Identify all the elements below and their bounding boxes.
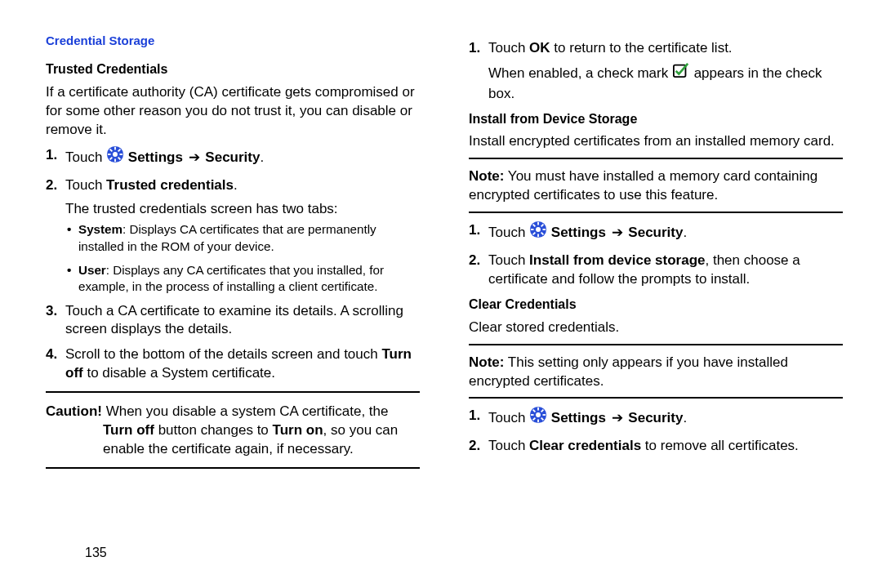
note2-a: This setting only appears if you have in…	[469, 354, 788, 389]
note-memory-card: Note: You must have installed a memory c…	[469, 167, 843, 205]
right-column: Touch OK to return to the certificate li…	[469, 33, 843, 572]
trusted-intro-text: If a certificate authority (CA) certific…	[46, 83, 420, 140]
note-label: Note:	[469, 354, 504, 370]
bullet-system: System: Displays CA certificates that ar…	[78, 221, 420, 255]
caution-c: button changes to	[154, 422, 273, 438]
divider	[469, 158, 843, 159]
divider	[469, 212, 843, 213]
install-intro-text: Install encrypted certificates from an i…	[469, 132, 843, 151]
step-3: Touch a CA certificate to examine its de…	[65, 302, 420, 340]
step4-a: Scroll to the bottom of the details scre…	[65, 346, 381, 362]
svg-point-22	[536, 413, 541, 418]
svg-point-12	[536, 227, 541, 232]
step2-text-c: .	[234, 177, 238, 193]
step-1: Touch Settings ➔ Security.	[65, 146, 420, 170]
install-step-2: Touch Install from device storage, then …	[488, 252, 843, 289]
step2-tail: The trusted credentials screen has two t…	[65, 200, 420, 219]
install-step-1: Touch Settings ➔ Security.	[488, 221, 843, 245]
divider	[469, 344, 843, 345]
step1-text-c: .	[260, 149, 264, 165]
svg-point-1	[113, 152, 118, 157]
settings-icon	[529, 220, 547, 244]
section-heading-credential-storage: Credential Storage	[46, 33, 420, 49]
divider	[46, 467, 420, 469]
step4-c: to disable a System certificate.	[83, 365, 275, 381]
caution-d: Turn on	[273, 422, 323, 438]
step2-text-a: Touch	[65, 177, 106, 193]
clear-intro-text: Clear stored credentials.	[469, 318, 843, 337]
checkmark-icon	[672, 62, 690, 84]
caution-block: Caution! When you disable a system CA ce…	[46, 403, 420, 459]
subhead-clear-credentials: Clear Credentials	[469, 296, 843, 314]
subhead-trusted-credentials: Trusted Credentials	[46, 60, 420, 78]
step-5: Touch OK to return to the certificate li…	[488, 39, 843, 104]
step-2: Touch Trusted credentials. The trusted c…	[65, 176, 420, 296]
subhead-install-from-device: Install from Device Storage	[469, 110, 843, 128]
tabs-bullet-list: System: Displays CA certificates that ar…	[65, 221, 420, 295]
caution-b: Turn off	[103, 422, 154, 438]
note-label: Note:	[469, 168, 504, 184]
clear-step-2: Touch Clear credentials to remove all ce…	[488, 437, 843, 456]
settings-icon	[106, 145, 124, 169]
page-number: 135	[85, 544, 107, 562]
settings-icon	[529, 406, 547, 430]
caution-a: When you disable a system CA certificate…	[102, 403, 389, 419]
trusted-steps-continued: Touch OK to return to the certificate li…	[469, 39, 843, 104]
divider	[46, 391, 420, 393]
bullet-user: User: Displays any CA certificates that …	[78, 262, 420, 296]
left-column: Credential Storage Trusted Credentials I…	[46, 33, 420, 572]
step1-text-a: Touch	[65, 149, 106, 165]
trusted-steps-list: Touch Settings ➔ Security. Touch Trusted…	[46, 146, 420, 384]
clear-steps-list: Touch Settings ➔ Security. Touch Clear c…	[469, 407, 843, 456]
step1-text-b: Settings ➔ Security	[128, 149, 261, 165]
step5-tail: When enabled, a check mark appears in th…	[488, 63, 843, 104]
install-steps-list: Touch Settings ➔ Security. Touch Install…	[469, 221, 843, 289]
divider	[469, 397, 843, 399]
note-encrypted-only: Note: This setting only appears if you h…	[469, 354, 843, 391]
caution-label: Caution!	[46, 403, 102, 419]
step5-b: OK	[529, 40, 550, 56]
step2-bold: Trusted credentials	[106, 177, 234, 193]
step5-a: Touch	[488, 40, 529, 56]
step-4: Scroll to the bottom of the details scre…	[65, 345, 420, 383]
note1-a: You must have installed a memory card co…	[469, 168, 817, 203]
step5-c: to return to the certificate list.	[550, 40, 733, 56]
clear-step-1: Touch Settings ➔ Security.	[488, 407, 843, 430]
